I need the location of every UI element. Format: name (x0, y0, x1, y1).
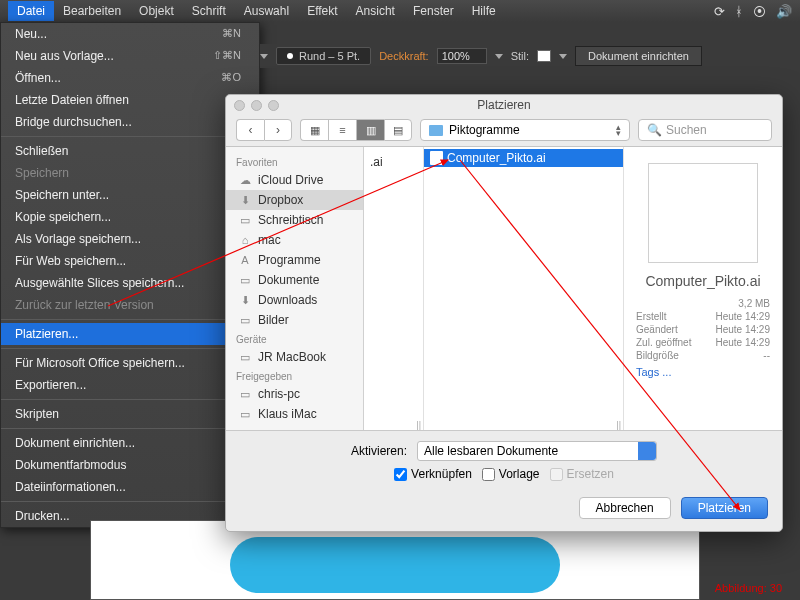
place-button[interactable]: Platzieren (681, 497, 768, 519)
sidebar-item-icon: A (238, 254, 252, 266)
menu-ansicht[interactable]: Ansicht (347, 1, 404, 21)
place-dialog: Platzieren ‹ › ▦ ≡ ▥ ▤ Piktogramme ▴▾ 🔍S… (225, 94, 783, 532)
column-resize-icon[interactable]: || (616, 420, 621, 430)
menu-item[interactable]: Letzte Dateien öffnen▶ (1, 89, 259, 111)
dropdown-icon[interactable] (260, 54, 268, 59)
column-2[interactable]: Computer_Pikto.ai || (424, 147, 624, 430)
menu-bearbeiten[interactable]: Bearbeiten (54, 1, 130, 21)
column-1[interactable]: .ai || (364, 147, 424, 430)
menu-item[interactable]: Bridge durchsuchen... (1, 111, 259, 133)
sidebar-item-icon: ⌂ (238, 234, 252, 246)
dialog-sidebar: Favoriten☁iCloud Drive⬇Dropbox▭Schreibti… (226, 147, 364, 430)
forward-button[interactable]: › (264, 119, 292, 141)
stroke-preset[interactable]: Rund – 5 Pt. (276, 47, 371, 65)
sidebar-item[interactable]: ▭Schreibtisch (226, 210, 363, 230)
menu-item[interactable]: Dokumentfarbmodus (1, 454, 259, 476)
sidebar-item-icon: ▭ (238, 274, 252, 286)
sidebar-item[interactable]: ☁iCloud Drive (226, 170, 363, 190)
document-setup-button[interactable]: Dokument einrichten (575, 46, 702, 66)
menu-schrift[interactable]: Schrift (183, 1, 235, 21)
sidebar-item[interactable]: ▭JR MacBook (226, 347, 363, 367)
sidebar-item-icon: ☁ (238, 174, 252, 186)
menu-item[interactable]: Skripten (1, 403, 259, 425)
sidebar-item-icon: ⬇ (238, 194, 252, 206)
menu-item[interactable]: Als Vorlage speichern... (1, 228, 259, 250)
search-icon: 🔍 (647, 123, 662, 137)
sidebar-item[interactable]: ⌂mac (226, 230, 363, 250)
search-input[interactable]: 🔍Suchen (638, 119, 772, 141)
view-mode-segment: ▦ ≡ ▥ ▤ (300, 119, 412, 141)
back-button[interactable]: ‹ (236, 119, 264, 141)
minimize-icon[interactable] (251, 100, 262, 111)
sidebar-item-icon: ▭ (238, 214, 252, 226)
sync-icon: ⟳ (714, 4, 725, 19)
menu-item[interactable]: Dokument einrichten... (1, 432, 259, 454)
dialog-toolbar: ‹ › ▦ ≡ ▥ ▤ Piktogramme ▴▾ 🔍Suchen (226, 115, 782, 147)
sidebar-item[interactable]: AProgramme (226, 250, 363, 270)
dropdown-icon[interactable] (559, 54, 567, 59)
view-columns-icon[interactable]: ▥ (356, 119, 384, 141)
opacity-input[interactable] (437, 48, 487, 64)
menubar-status-icons: ⟳ ᚼ ⦿ 🔊 (714, 4, 792, 19)
dialog-options: Aktivieren: Alle lesbaren Dokumente Verk… (226, 430, 782, 493)
sidebar-item[interactable]: ▭Klaus iMac (226, 404, 363, 424)
sidebar-item-icon: ▭ (238, 408, 252, 420)
template-checkbox[interactable]: Vorlage (482, 467, 540, 481)
dialog-titlebar: Platzieren (226, 95, 782, 115)
sidebar-item[interactable]: ⬇Dropbox (226, 190, 363, 210)
folder-popup[interactable]: Piktogramme ▴▾ (420, 119, 630, 141)
dropdown-icon[interactable] (495, 54, 503, 59)
sidebar-item[interactable]: ▭Dokumente (226, 270, 363, 290)
menu-item[interactable]: Für Web speichern... (1, 250, 259, 272)
menu-item[interactable]: Dateiinformationen... (1, 476, 259, 498)
chevron-updown-icon: ▴▾ (616, 124, 621, 136)
preview-pane: Computer_Pikto.ai 3,2 MB ErstelltHeute 1… (624, 147, 782, 430)
sidebar-item[interactable]: ▭chris-pc (226, 384, 363, 404)
sidebar-heading: Geräte (226, 330, 363, 347)
figure-caption: Abbildung: 30 (715, 582, 782, 594)
menu-hilfe[interactable]: Hilfe (463, 1, 505, 21)
menu-item[interactable]: Neu aus Vorlage...⇧⌘N (1, 45, 259, 67)
close-icon[interactable] (234, 100, 245, 111)
style-swatch[interactable] (537, 50, 551, 62)
replace-checkbox[interactable]: Ersetzen (550, 467, 614, 481)
menu-fenster[interactable]: Fenster (404, 1, 463, 21)
opacity-label: Deckkraft: (379, 50, 429, 62)
zoom-icon[interactable] (268, 100, 279, 111)
menu-item[interactable]: Öffnen...⌘O (1, 67, 259, 89)
menu-item[interactable]: Exportieren... (1, 374, 259, 396)
activate-label: Aktivieren: (351, 444, 407, 458)
menu-datei[interactable]: Datei (8, 1, 54, 21)
wifi-icon: ⦿ (753, 4, 766, 19)
style-label: Stil: (511, 50, 529, 62)
menu-auswahl[interactable]: Auswahl (235, 1, 298, 21)
menu-item[interactable]: Neu...⌘N (1, 23, 259, 45)
sidebar-item-icon: ▭ (238, 314, 252, 326)
menu-item[interactable]: Kopie speichern... (1, 206, 259, 228)
sidebar-item[interactable]: ⬇Downloads (226, 290, 363, 310)
sidebar-heading: Freigegeben (226, 367, 363, 384)
sidebar-heading: Favoriten (226, 153, 363, 170)
link-checkbox[interactable]: Verknüpfen (394, 467, 472, 481)
menu-item[interactable]: Speichern unter... (1, 184, 259, 206)
file-entry-selected[interactable]: Computer_Pikto.ai (424, 149, 623, 167)
sidebar-item[interactable]: ▭Bilder (226, 310, 363, 330)
menu-item[interactable]: Ausgewählte Slices speichern... (1, 272, 259, 294)
menu-item[interactable]: Für Microsoft Office speichern... (1, 352, 259, 374)
view-coverflow-icon[interactable]: ▤ (384, 119, 412, 141)
menu-item[interactable]: Schließen (1, 140, 259, 162)
menu-item[interactable]: Platzieren... (1, 323, 259, 345)
file-icon (430, 151, 443, 165)
artwork-shape (230, 537, 560, 593)
column-resize-icon[interactable]: || (416, 420, 421, 430)
tags-link[interactable]: Tags ... (636, 366, 770, 378)
menu-effekt[interactable]: Effekt (298, 1, 346, 21)
menu-objekt[interactable]: Objekt (130, 1, 183, 21)
volume-icon: 🔊 (776, 4, 792, 19)
canvas-document (90, 520, 700, 600)
nav-buttons: ‹ › (236, 119, 292, 141)
view-list-icon[interactable]: ≡ (328, 119, 356, 141)
format-popup[interactable]: Alle lesbaren Dokumente (417, 441, 657, 461)
cancel-button[interactable]: Abbrechen (579, 497, 671, 519)
view-icon-grid[interactable]: ▦ (300, 119, 328, 141)
